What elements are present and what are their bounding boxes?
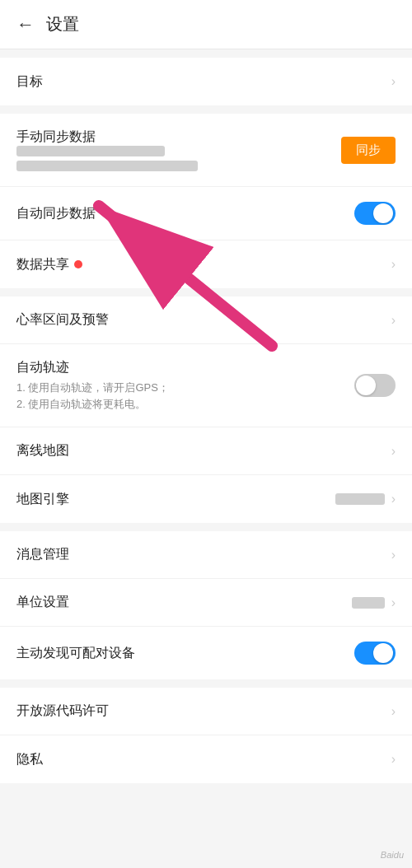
unit-settings-value bbox=[352, 597, 385, 609]
auto-sync-item: 自动同步数据 bbox=[0, 187, 412, 240]
map-engine-item[interactable]: 地图引擎 › bbox=[0, 475, 412, 523]
auto-discover-left: 主动发现可配对设备 bbox=[16, 645, 354, 662]
auto-discover-toggle[interactable] bbox=[354, 642, 396, 665]
map-engine-value bbox=[335, 493, 385, 505]
privacy-right: › bbox=[391, 752, 396, 767]
manual-sync-left: 手动同步数据 bbox=[16, 128, 341, 171]
manual-sync-blurred2 bbox=[16, 161, 198, 171]
message-manage-label: 消息管理 bbox=[16, 546, 391, 563]
auto-sync-label: 自动同步数据 bbox=[16, 205, 354, 222]
heart-rate-right: › bbox=[391, 313, 396, 328]
auto-track-item: 自动轨迹 1. 使用自动轨迹，请开启GPS；2. 使用自动轨迹将更耗电。 bbox=[0, 344, 412, 427]
auto-track-label: 自动轨迹 bbox=[16, 359, 354, 376]
section-gap-5 bbox=[0, 679, 412, 688]
privacy-label: 隐私 bbox=[16, 751, 391, 768]
target-item-left: 目标 bbox=[16, 73, 391, 91]
unit-settings-item[interactable]: 单位设置 › bbox=[0, 579, 412, 627]
auto-discover-toggle-knob bbox=[373, 643, 393, 663]
watermark: Baidu bbox=[381, 850, 404, 860]
auto-discover-item: 主动发现可配对设备 bbox=[0, 627, 412, 679]
back-button[interactable]: ← bbox=[16, 16, 35, 34]
data-share-item[interactable]: 数据共享 › bbox=[0, 240, 412, 288]
target-section: 目标 › bbox=[0, 58, 412, 105]
about-section: 开放源代码许可 › 隐私 › bbox=[0, 688, 412, 783]
map-engine-left: 地图引擎 bbox=[16, 491, 335, 508]
health-section: 心率区间及预警 › 自动轨迹 1. 使用自动轨迹，请开启GPS；2. 使用自动轨… bbox=[0, 296, 412, 523]
auto-discover-right bbox=[354, 642, 396, 665]
target-item-right: › bbox=[391, 74, 396, 89]
heart-rate-left: 心率区间及预警 bbox=[16, 311, 391, 329]
auto-track-toggle-knob bbox=[356, 376, 376, 395]
message-manage-chevron: › bbox=[391, 548, 396, 562]
auto-sync-toggle-knob bbox=[373, 203, 393, 223]
unit-settings-right: › bbox=[352, 595, 396, 610]
section-gap-2 bbox=[0, 105, 412, 114]
open-source-item[interactable]: 开放源代码许可 › bbox=[0, 688, 412, 735]
offline-map-item[interactable]: 离线地图 › bbox=[0, 427, 412, 475]
offline-map-label: 离线地图 bbox=[16, 442, 391, 460]
auto-track-sublabel: 1. 使用自动轨迹，请开启GPS；2. 使用自动轨迹将更耗电。 bbox=[16, 380, 354, 412]
page-title: 设置 bbox=[46, 13, 79, 35]
target-label: 目标 bbox=[16, 73, 391, 91]
unit-settings-label: 单位设置 bbox=[16, 594, 352, 611]
heart-rate-label: 心率区间及预警 bbox=[16, 311, 391, 329]
data-share-label: 数据共享 bbox=[16, 256, 69, 273]
offline-map-left: 离线地图 bbox=[16, 442, 391, 460]
unit-settings-chevron: › bbox=[391, 595, 396, 610]
manual-sync-item: 手动同步数据 同步 bbox=[0, 114, 412, 187]
heart-rate-chevron: › bbox=[391, 313, 396, 328]
map-engine-label: 地图引擎 bbox=[16, 491, 335, 508]
offline-map-chevron: › bbox=[391, 444, 396, 459]
message-manage-right: › bbox=[391, 548, 396, 562]
sync-section: 手动同步数据 同步 自动同步数据 数据共享 › bbox=[0, 114, 412, 288]
auto-sync-right bbox=[354, 202, 396, 225]
target-item[interactable]: 目标 › bbox=[0, 58, 412, 105]
offline-map-right: › bbox=[391, 444, 396, 459]
auto-track-left: 自动轨迹 1. 使用自动轨迹，请开启GPS；2. 使用自动轨迹将更耗电。 bbox=[16, 359, 354, 412]
section-gap-3 bbox=[0, 288, 412, 296]
data-share-right: › bbox=[391, 257, 396, 272]
manual-sync-label: 手动同步数据 bbox=[16, 128, 341, 146]
auto-discover-label: 主动发现可配对设备 bbox=[16, 645, 354, 662]
open-source-label: 开放源代码许可 bbox=[16, 702, 391, 720]
data-share-chevron: › bbox=[391, 257, 396, 272]
manual-sync-blurred1 bbox=[16, 146, 165, 156]
sync-button[interactable]: 同步 bbox=[341, 137, 396, 164]
auto-sync-left: 自动同步数据 bbox=[16, 205, 354, 222]
privacy-chevron: › bbox=[391, 752, 396, 767]
open-source-right: › bbox=[391, 704, 396, 719]
data-share-left: 数据共享 bbox=[16, 256, 391, 273]
notification-section: 消息管理 › 单位设置 › 主动发现可配对设备 bbox=[0, 531, 412, 679]
auto-track-toggle[interactable] bbox=[354, 374, 396, 397]
auto-track-right bbox=[354, 374, 396, 397]
open-source-left: 开放源代码许可 bbox=[16, 702, 391, 720]
header: ← 设置 bbox=[0, 0, 412, 49]
target-chevron: › bbox=[391, 74, 396, 89]
map-engine-chevron: › bbox=[391, 492, 396, 506]
heart-rate-item[interactable]: 心率区间及预警 › bbox=[0, 296, 412, 344]
open-source-chevron: › bbox=[391, 704, 396, 719]
manual-sync-right: 同步 bbox=[341, 137, 396, 164]
privacy-left: 隐私 bbox=[16, 751, 391, 768]
auto-sync-toggle[interactable] bbox=[354, 202, 396, 225]
message-manage-item[interactable]: 消息管理 › bbox=[0, 531, 412, 579]
section-gap-4 bbox=[0, 523, 412, 531]
data-share-dot bbox=[74, 260, 82, 268]
section-gap-1 bbox=[0, 49, 412, 58]
unit-settings-left: 单位设置 bbox=[16, 594, 352, 611]
map-engine-right: › bbox=[335, 492, 396, 506]
privacy-item[interactable]: 隐私 › bbox=[0, 735, 412, 783]
message-manage-left: 消息管理 bbox=[16, 546, 391, 563]
